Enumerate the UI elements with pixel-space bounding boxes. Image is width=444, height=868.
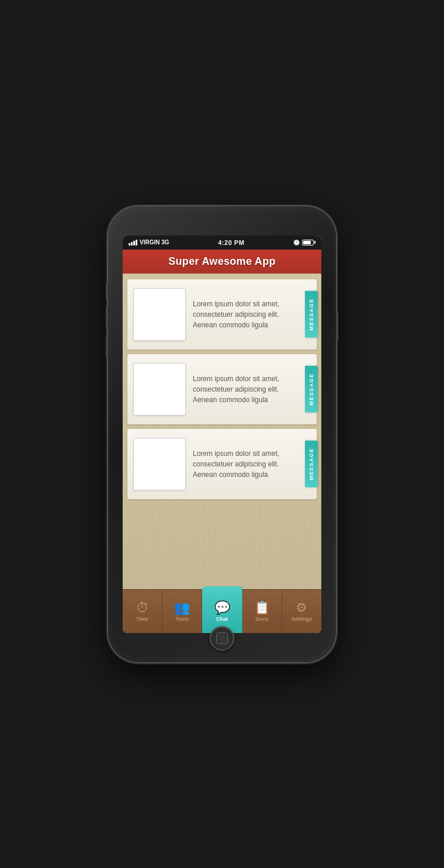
item-thumbnail-1 xyxy=(133,288,186,341)
signal-icon xyxy=(129,240,137,245)
tab-docs[interactable]: 📋 Docs xyxy=(242,590,282,633)
list-item: Lorem ipsum dolor sit amet, consectetuer… xyxy=(127,354,317,424)
carrier-label: VIRGIN 3G xyxy=(140,239,169,245)
tab-settings-label: Settings xyxy=(292,616,313,622)
item-thumbnail-2 xyxy=(133,363,186,416)
message-button-3[interactable]: MESSAGE xyxy=(305,441,318,487)
item-text-1: Lorem ipsum dolor sit amet, consectetuer… xyxy=(186,299,311,330)
battery-icon xyxy=(302,240,315,245)
team-icon: 👥 xyxy=(174,601,190,614)
message-button-2[interactable]: MESSAGE xyxy=(305,366,318,413)
power-button[interactable] xyxy=(336,312,338,341)
time-label: 4:20 PM xyxy=(218,239,244,246)
home-button-icon xyxy=(216,632,228,644)
time-icon: ⏱ xyxy=(136,601,149,614)
signal-bar-2 xyxy=(131,242,133,245)
phone-screen: VIRGIN 3G 4:20 PM 🕐 Super Awesome App xyxy=(123,236,321,633)
tab-chat-label: Chat xyxy=(216,616,228,622)
status-bar: VIRGIN 3G 4:20 PM 🕐 xyxy=(123,236,321,250)
tab-docs-label: Docs xyxy=(255,616,268,622)
status-right: 🕐 xyxy=(293,240,315,245)
tab-settings[interactable]: ⚙ Settings xyxy=(282,590,321,633)
tab-time[interactable]: ⏱ Time xyxy=(123,590,162,633)
volume-down-button[interactable] xyxy=(106,335,108,358)
tab-team[interactable]: 👥 Team xyxy=(162,590,202,633)
settings-icon: ⚙ xyxy=(296,601,307,614)
tab-team-label: Team xyxy=(175,616,189,622)
tab-time-label: Time xyxy=(136,616,148,622)
item-thumbnail-3 xyxy=(133,438,186,490)
list-item: Lorem ipsum dolor sit amet, consectetuer… xyxy=(127,279,317,350)
content-area: Lorem ipsum dolor sit amet, consectetuer… xyxy=(123,274,321,589)
docs-icon: 📋 xyxy=(254,601,270,614)
item-text-2: Lorem ipsum dolor sit amet, consectetuer… xyxy=(186,374,311,405)
signal-bar-3 xyxy=(133,241,135,245)
signal-bar-4 xyxy=(136,240,137,245)
app-screen: VIRGIN 3G 4:20 PM 🕐 Super Awesome App xyxy=(123,236,321,633)
item-text-3: Lorem ipsum dolor sit amet, consectetuer… xyxy=(186,448,311,480)
app-header: Super Awesome App xyxy=(123,250,321,274)
list-item: Lorem ipsum dolor sit amet, consectetuer… xyxy=(127,429,317,499)
phone-frame: VIRGIN 3G 4:20 PM 🕐 Super Awesome App xyxy=(108,206,336,662)
message-button-1[interactable]: MESSAGE xyxy=(305,291,318,338)
app-title: Super Awesome App xyxy=(129,255,315,268)
signal-bar-1 xyxy=(129,243,130,245)
clock-icon: 🕐 xyxy=(293,240,300,245)
volume-up-button[interactable] xyxy=(106,306,108,329)
home-button[interactable] xyxy=(210,626,234,651)
status-left: VIRGIN 3G xyxy=(129,239,169,245)
chat-icon: 💬 xyxy=(214,601,230,614)
